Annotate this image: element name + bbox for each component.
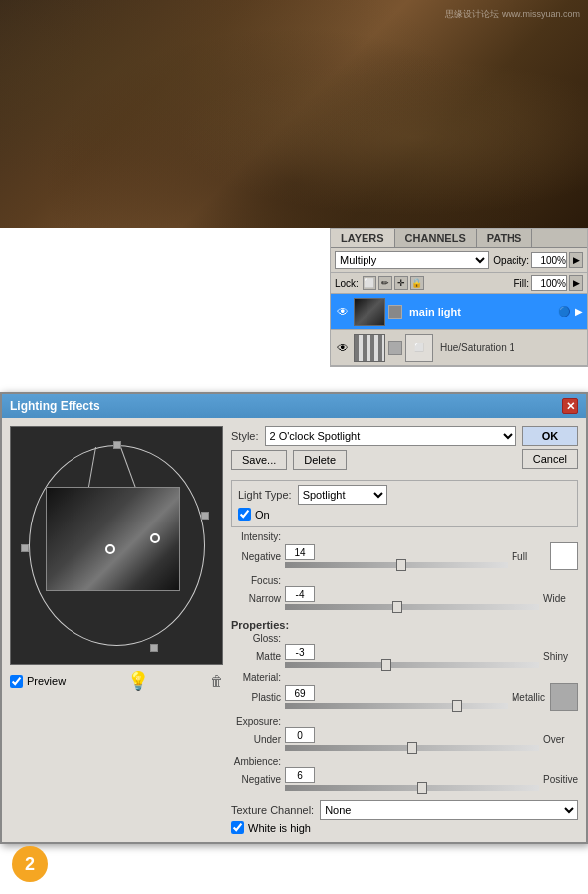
blend-opacity-row: Multiply Opacity: ▶ (331, 248, 587, 273)
exposure-track[interactable] (285, 745, 539, 751)
focus-value[interactable]: -4 (285, 586, 315, 602)
focus-left: Narrow (231, 593, 281, 604)
cancel-button[interactable]: Cancel (522, 449, 578, 469)
ambience-thumb[interactable] (417, 782, 427, 794)
gloss-value[interactable]: -3 (285, 644, 315, 660)
fill-label: Fill: (514, 278, 529, 289)
intensity-value[interactable]: 14 (285, 544, 315, 560)
eye-icon-1[interactable]: 👁 (335, 341, 351, 355)
ambience-value[interactable]: 6 (285, 767, 315, 783)
lock-all[interactable]: 🔒 (410, 276, 424, 290)
intensity-color-swatch[interactable] (550, 542, 578, 570)
handle-right[interactable] (201, 512, 209, 520)
gloss-right: Shiny (543, 651, 578, 662)
layer-mask-1: ⬜ (405, 334, 433, 362)
preview-canvas (10, 426, 223, 665)
focus-track[interactable] (285, 604, 539, 610)
ambience-label: Ambience: (231, 756, 281, 767)
layer-arrow-icon: ▶ (575, 306, 583, 317)
exposure-thumb[interactable] (407, 742, 417, 754)
lock-transparency[interactable]: ⬜ (363, 276, 376, 290)
tab-channels[interactable]: CHANNELS (395, 229, 477, 247)
white-is-high-checkbox[interactable] (231, 821, 244, 834)
on-checkbox[interactable] (238, 508, 251, 521)
exposure-right: Over (543, 734, 578, 745)
material-color-swatch[interactable] (550, 683, 578, 711)
intensity-thumb[interactable] (396, 559, 406, 571)
material-track[interactable] (285, 703, 508, 709)
handle-bottom[interactable] (150, 644, 158, 652)
delete-light-icon[interactable]: 🗑 (210, 673, 223, 689)
ambience-left: Negative (231, 774, 281, 785)
intensity-track[interactable] (285, 562, 508, 568)
gloss-thumb[interactable] (381, 659, 391, 670)
opacity-input[interactable] (531, 252, 567, 268)
preview-checkbox-input[interactable] (10, 675, 23, 688)
handle-top[interactable] (113, 441, 121, 449)
exposure-label: Exposure: (231, 716, 281, 727)
tab-paths[interactable]: PATHS (477, 229, 533, 247)
gloss-left: Matte (231, 651, 281, 662)
fill-arrow[interactable]: ▶ (569, 275, 583, 291)
step-number: 2 (25, 854, 35, 875)
ambience-track[interactable] (285, 785, 539, 791)
dialog-close-button[interactable]: ✕ (562, 398, 578, 414)
material-left: Plastic (231, 692, 281, 703)
dialog-title-bar: Lighting Effects ✕ (2, 394, 586, 418)
light-type-box: Light Type: Spotlight On (231, 480, 578, 527)
handle-left[interactable] (21, 544, 29, 552)
exposure-value[interactable]: 0 (285, 727, 315, 743)
dialog-title-text: Lighting Effects (10, 399, 100, 413)
fill-input[interactable] (531, 275, 567, 291)
layer-row-hue-sat[interactable]: 👁 ⬜ Hue/Saturation 1 (331, 330, 587, 366)
texture-channel-select[interactable]: None (320, 800, 578, 820)
intensity-left: Negative (231, 551, 281, 562)
preview-dot2[interactable] (150, 533, 160, 543)
light-type-select[interactable]: Spotlight (298, 485, 387, 505)
preview-checkbox-label[interactable]: Preview (10, 675, 66, 688)
lighting-effects-dialog: Lighting Effects ✕ (0, 392, 588, 844)
layer-name-0: main light (405, 306, 553, 318)
intensity-slider-wrapper: 14 (285, 544, 508, 568)
gloss-track[interactable] (285, 662, 539, 668)
exposure-slider-row: Under 0 Over (231, 727, 578, 751)
eye-icon-0[interactable]: 👁 (335, 305, 351, 319)
preview-center-dot[interactable] (105, 544, 115, 554)
texture-channel-row: Texture Channel: None (231, 800, 578, 820)
focus-thumb[interactable] (392, 601, 402, 613)
save-button[interactable]: Save... (231, 450, 287, 470)
lock-image[interactable]: ✏ (378, 276, 392, 290)
style-row: Style: 2 O'clock Spotlight (231, 426, 516, 446)
material-thumb[interactable] (452, 700, 462, 712)
add-light-icon[interactable]: 💡 (127, 670, 149, 692)
blend-mode-select[interactable]: Multiply (335, 251, 489, 269)
gloss-label: Gloss: (231, 633, 281, 644)
preview-label: Preview (27, 675, 66, 687)
material-label: Material: (231, 672, 281, 683)
light-type-row: Light Type: Spotlight (238, 485, 571, 505)
gloss-slider-row: Matte -3 Shiny (231, 644, 578, 668)
layer-thumb-0 (354, 298, 385, 326)
lock-position[interactable]: ✛ (394, 276, 408, 290)
intensity-label-row: Intensity: (231, 531, 578, 542)
intensity-right: Full (512, 551, 546, 562)
layer-link-icon-1 (388, 341, 402, 355)
ok-button[interactable]: OK (522, 426, 578, 446)
focus-label-row: Focus: (231, 575, 578, 586)
layer-row-main-light[interactable]: 👁 main light 🔵 ▶ (331, 294, 587, 330)
preview-controls: Preview 💡 🗑 (10, 669, 223, 694)
intensity-slider-row: Negative 14 Full (231, 542, 578, 570)
ambience-slider-row: Negative 6 Positive (231, 767, 578, 791)
opacity-arrow[interactable]: ▶ (569, 252, 583, 268)
canvas-area: 思缘设计论坛 www.missyuan.com LAYERS CHANNELS … (0, 0, 588, 228)
style-label: Style: (231, 430, 259, 442)
delete-button[interactable]: Delete (293, 450, 347, 470)
ambience-right: Positive (543, 774, 578, 785)
on-row: On (238, 508, 571, 521)
tab-layers[interactable]: LAYERS (331, 229, 395, 247)
style-select[interactable]: 2 O'clock Spotlight (265, 426, 516, 446)
material-value[interactable]: 69 (285, 685, 315, 701)
focus-slider-wrapper: -4 (285, 586, 539, 610)
layers-panel: LAYERS CHANNELS PATHS Multiply Opacity: … (330, 228, 588, 367)
on-label: On (255, 509, 270, 521)
